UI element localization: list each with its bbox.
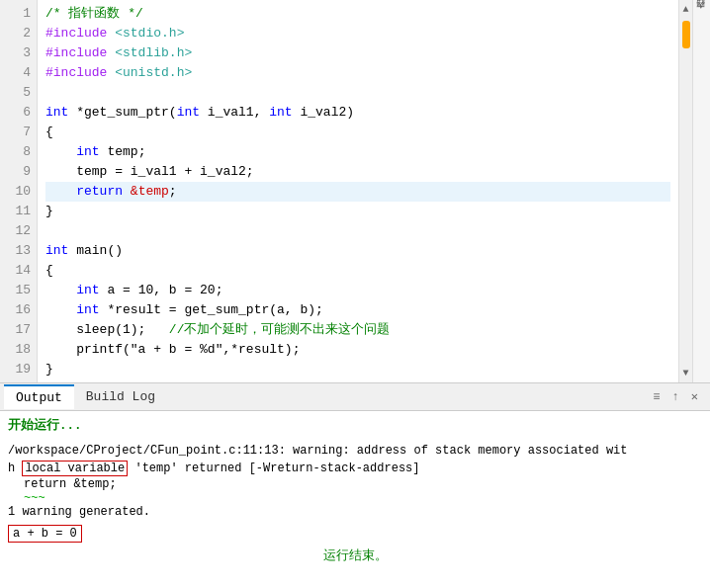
code-line-19: }: [45, 360, 670, 379]
ln-7: 7: [0, 123, 37, 142]
tab-build-log[interactable]: Build Log: [74, 385, 167, 408]
output-panel: Output Build Log ≡ ↑ ✕ 开始运行... /workspac…: [0, 383, 710, 588]
ln-2: 2: [0, 24, 37, 43]
code-line-12: [45, 221, 670, 241]
list-icon-btn[interactable]: ≡: [649, 388, 664, 406]
scroll-down-arrow[interactable]: ▼: [682, 366, 688, 380]
ln-13: 13: [0, 241, 37, 261]
ln-18: 18: [0, 340, 37, 360]
code-line-11: }: [45, 202, 670, 221]
preproc-4: #include: [45, 65, 115, 80]
run-start-label: 开始运行...: [8, 417, 702, 434]
ln-17: 17: [0, 320, 37, 340]
code-line-18: printf("a + b = %d",*result);: [45, 340, 670, 360]
code-line-14: {: [45, 261, 670, 281]
code-line-15: int a = 10, b = 20;: [45, 281, 670, 300]
ln-11: 11: [0, 202, 37, 221]
scroll-thumb[interactable]: [682, 21, 690, 48]
code-line-7: {: [45, 123, 670, 142]
result-box: a + b = 0: [8, 525, 82, 543]
header-2: <stdio.h>: [115, 26, 184, 41]
warning-line-2: h local variable 'temp' returned [-Wretu…: [8, 460, 702, 477]
tilde-line: ~~~: [24, 491, 702, 505]
line-numbers: 1 2 3 4 5 6 7 8 9 10 11 12 13 14 15 16 1…: [0, 0, 38, 382]
close-icon-btn[interactable]: ✕: [687, 387, 702, 406]
code-line-5: [45, 83, 670, 103]
code-line-3: #include <stdlib.h>: [45, 43, 670, 63]
warning-path: /workspace/CProject/CFun_point.c:11:13: …: [8, 444, 628, 458]
ln-10: 10: [0, 182, 37, 202]
header-4: <unistd.h>: [115, 65, 192, 80]
output-spacer: [8, 434, 702, 442]
run-end-label: 运行结束。: [323, 548, 388, 563]
code-line-1: /* 指针函数 */: [45, 4, 670, 24]
code-line-10: return &temp;: [45, 182, 670, 202]
output-tabs-bar: Output Build Log ≡ ↑ ✕: [0, 383, 710, 411]
code-line-6: int *get_sum_ptr(int i_val1, int i_val2): [45, 103, 670, 123]
ln-6: 6: [0, 103, 37, 123]
warning-h-prefix: h: [8, 462, 22, 475]
preproc-2: #include: [45, 26, 115, 41]
local-var-highlight: local variable: [22, 461, 128, 476]
code-line-16: int *result = get_sum_ptr(a, b);: [45, 300, 670, 320]
up-icon-btn[interactable]: ↑: [668, 388, 683, 406]
tab-output[interactable]: Output: [4, 384, 74, 409]
code-content[interactable]: /* 指针函数 */ #include <stdio.h> #include <…: [38, 0, 678, 382]
ln-16: 16: [0, 300, 37, 320]
run-end-line: 运行结束。: [8, 546, 702, 564]
code-line-8: int temp;: [45, 142, 670, 162]
result-line: a + b = 0: [8, 523, 702, 543]
output-content: 开始运行... /workspace/CProject/CFun_point.c…: [0, 411, 710, 588]
code-line-4: #include <unistd.h>: [45, 63, 670, 83]
ln-15: 15: [0, 281, 37, 300]
warning-count: 1 warning generated.: [8, 505, 702, 519]
editor-scrollbar[interactable]: ▲ ▼: [678, 0, 692, 382]
ln-3: 3: [0, 43, 37, 63]
code-line-2: #include <stdio.h>: [45, 24, 670, 43]
preproc-3: #include: [45, 45, 115, 60]
ln-8: 8: [0, 142, 37, 162]
code-line-9: temp = i_val1 + i_val2;: [45, 162, 670, 182]
return-code-line: return &temp;: [24, 477, 702, 491]
ln-14: 14: [0, 261, 37, 281]
comment-1: /* 指针函数 */: [45, 6, 143, 21]
tab-icon-area: ≡ ↑ ✕: [649, 387, 706, 406]
header-3: <stdlib.h>: [115, 45, 192, 60]
editor-area: 1 2 3 4 5 6 7 8 9 10 11 12 13 14 15 16 1…: [0, 0, 710, 383]
code-line-13: int main(): [45, 241, 670, 261]
ln-4: 4: [0, 63, 37, 83]
ln-9: 9: [0, 162, 37, 182]
ln-5: 5: [0, 83, 37, 103]
ln-1: 1: [0, 4, 37, 24]
scroll-up-arrow[interactable]: ▲: [682, 2, 688, 17]
ln-12: 12: [0, 221, 37, 241]
warning-line-1: /workspace/CProject/CFun_point.c:11:13: …: [8, 442, 702, 460]
code-line-17: sleep(1); //不加个延时，可能测不出来这个问题: [45, 320, 670, 340]
ln-19: 19: [0, 360, 37, 379]
warning-rest: 'temp' returned [-Wreturn-stack-address]: [128, 462, 419, 475]
side-panel: 调试器 内存: [692, 0, 710, 382]
